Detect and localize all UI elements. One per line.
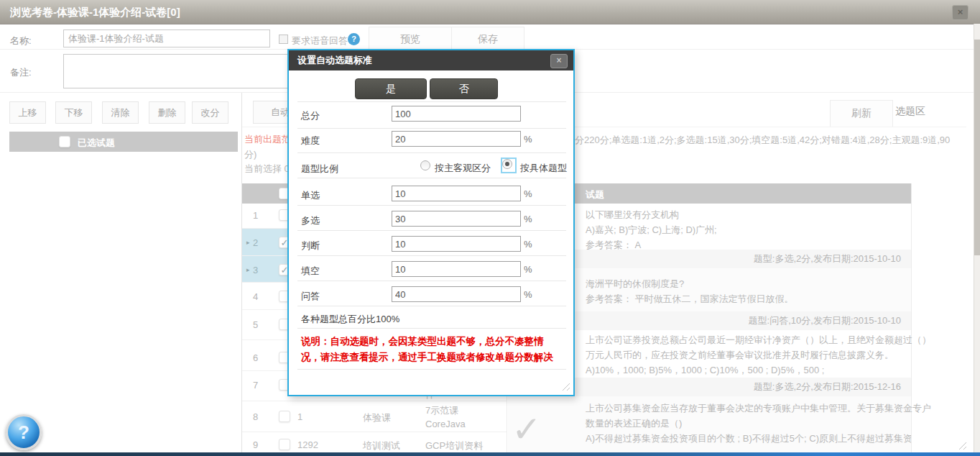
multi-choice-label: 多选 <box>301 214 320 227</box>
save-button[interactable]: 保存 <box>451 27 524 52</box>
total-percent-note: 各种题型总百分比100% <box>301 313 399 326</box>
row-number: 8 <box>253 411 258 422</box>
dialog-resize-handle[interactable] <box>560 381 570 391</box>
divider <box>297 128 566 129</box>
voice-help-icon[interactable]: ? <box>348 33 360 45</box>
type-ratio-label: 题型比例 <box>301 163 338 175</box>
row-number: 4 <box>253 291 258 302</box>
row-material: 7示范课 <box>425 404 458 417</box>
row-checkbox[interactable] <box>279 439 290 450</box>
essay-input[interactable] <box>392 286 521 302</box>
name-label: 名称: <box>10 35 32 47</box>
auto-select-settings-dialog: 设置自动选题标准 × 是 否 总分 难度 % 题型比例 按主客观区分 按具体题型… <box>287 49 575 396</box>
delete-button[interactable]: 删除 <box>149 101 185 124</box>
fill-blank-input[interactable] <box>392 261 521 277</box>
question-options: A)嘉兴; B)宁波; C)上海; D)广州; <box>586 222 717 237</box>
divider <box>297 178 566 178</box>
row-number: 6 <box>253 352 258 363</box>
true-false-input[interactable] <box>392 236 521 252</box>
fill-blank-label: 填空 <box>301 265 320 278</box>
row-number: 5 <box>253 319 258 330</box>
percent-sign: % <box>524 214 532 224</box>
percent-sign: % <box>524 134 532 145</box>
preview-button[interactable]: 预览 <box>369 27 452 52</box>
voice-answer-checkbox[interactable] <box>279 35 288 44</box>
voice-answer-label: 要求语音回答 <box>292 35 348 47</box>
row-expand-icon[interactable]: ▸ <box>246 239 250 246</box>
question-selected-check-icon: ✓ <box>512 409 542 450</box>
row-id: 1292 <box>297 439 318 450</box>
difficulty-label: 难度 <box>301 134 320 147</box>
percent-sign: % <box>524 239 532 250</box>
window-close-button[interactable]: × <box>952 5 969 20</box>
move-up-button[interactable]: 上移 <box>9 101 46 124</box>
question-options: A)10%，1000; B)5%，1000 ; C)10%，500 ; D)5%… <box>586 362 824 378</box>
total-score-label: 总分 <box>301 109 320 122</box>
yes-button[interactable]: 是 <box>355 78 427 99</box>
dialog-title: 设置自动选题标准 <box>297 50 372 70</box>
radio-by-subjective-objective-label: 按主客观区分 <box>435 162 491 175</box>
background-window-edge <box>0 452 980 456</box>
no-button[interactable]: 否 <box>430 78 498 99</box>
true-false-label: 判断 <box>301 240 320 252</box>
row-number: 7 <box>253 380 258 391</box>
question-text: 万元人民币的，应在投资之前经董事会审议批准并及时履行信息披露义务。 <box>586 347 894 362</box>
name-input[interactable] <box>63 29 270 47</box>
selected-questions-select-all-checkbox[interactable] <box>59 136 70 147</box>
percent-sign: % <box>524 188 532 199</box>
dialog-close-button[interactable]: × <box>550 54 568 68</box>
total-score-input[interactable] <box>392 106 521 122</box>
row-material: GCP培训资料 <box>425 439 483 452</box>
radio-selected-dot <box>505 162 509 166</box>
panel-resize-handle[interactable] <box>957 440 966 450</box>
row-checkbox[interactable] <box>279 411 290 422</box>
row-expand-icon[interactable]: ▸ <box>246 266 250 273</box>
browse-exam-window: 浏览考卷-体验课-1体验介绍-试卷[0] × 名称: 要求语音回答 ? 预览 保… <box>0 0 980 456</box>
single-choice-label: 单选 <box>301 189 320 202</box>
window-titlebar: 浏览考卷-体验课-1体验介绍-试卷[0] <box>0 0 980 24</box>
radio-by-subjective-objective[interactable] <box>420 160 430 170</box>
row-number: 1 <box>253 210 258 221</box>
question-text: 海洲平时的休假制度是? <box>586 276 684 291</box>
divider <box>297 281 566 281</box>
clear-button[interactable]: 清除 <box>102 101 139 124</box>
current-selection-count: 当前选择 0 <box>244 163 290 175</box>
warning-text-line1: 说明：自动选题时，会因某类型出题不够，总分不凑整情 <box>301 334 564 350</box>
summary-line2: 分) <box>244 148 256 161</box>
row-number: 3 <box>253 265 258 275</box>
note-label: 备注: <box>10 66 32 79</box>
divider <box>297 328 566 329</box>
dialog-titlebar: 设置自动选题标准 × <box>289 50 573 70</box>
change-score-button[interactable]: 改分 <box>192 101 228 124</box>
divider <box>297 369 566 370</box>
divider <box>297 205 566 206</box>
difficulty-input[interactable] <box>392 131 521 147</box>
row-course: 体验课 <box>363 411 391 424</box>
warning-text-line2: 况，请注意查看提示，通过手工换题或者修改单题分数解决 <box>301 350 564 365</box>
divider <box>297 230 566 231</box>
question-answer: 参考答案： 平时做五休二，国家法定节假日放假。 <box>586 291 794 306</box>
row-id: 1 <box>297 411 302 422</box>
question-scope-summary: 分220分;单选题:1道,2分;多选题:15道,30分;填空题:5道,42分;对… <box>575 134 966 147</box>
single-choice-input[interactable] <box>392 186 521 201</box>
row-number: 2 <box>253 237 258 248</box>
divider <box>297 255 566 256</box>
question-options: A)不得超过募集资金投资项目的个数 ; B)不得超过5个; C)原则上不得超过募… <box>586 431 911 446</box>
percent-sign: % <box>524 289 532 300</box>
row-material: CoreJava <box>425 419 466 429</box>
question-text: 以下哪里没有分支机构 <box>586 207 679 222</box>
move-down-button[interactable]: 下移 <box>55 101 92 124</box>
question-text: 数量的表述正确的是（) <box>586 416 682 431</box>
selected-questions-header <box>9 132 238 152</box>
divider <box>297 152 566 153</box>
question-panel-header-label: 试题 <box>586 188 604 201</box>
selected-questions-header-label: 已选试题 <box>78 137 115 150</box>
vertical-scrollbar-thumb[interactable] <box>974 40 980 255</box>
question-text: 上市公司募集资金应当存放于董事会决定的专项账户中集中管理。关于募集资金专户 <box>586 401 931 416</box>
refresh-button[interactable]: 刷新 <box>830 100 893 127</box>
selection-zone-label: 选题区 <box>895 105 925 118</box>
question-scope-summary-red: 当前出题范 <box>244 133 291 146</box>
help-button[interactable]: ? <box>6 414 42 450</box>
multi-choice-input[interactable] <box>392 211 521 227</box>
row-number: 9 <box>253 439 258 450</box>
